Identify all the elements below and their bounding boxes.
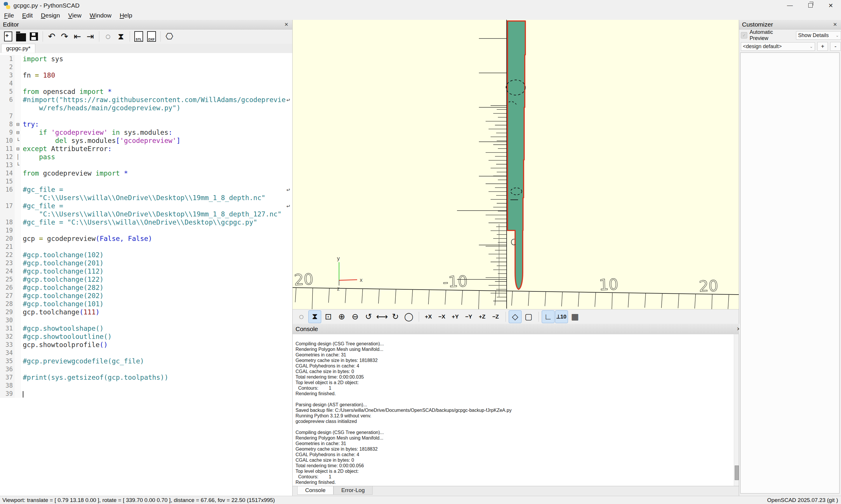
preset-dropdown[interactable]: <design default> ⌄ xyxy=(741,42,815,51)
zoom-out-button[interactable]: ⊖ xyxy=(349,310,361,323)
line-number: 30 xyxy=(0,316,15,324)
chevron-down-icon: ⌄ xyxy=(807,44,813,49)
code-text: gcp.toolchange(111) xyxy=(21,308,100,316)
add-preset-button[interactable]: + xyxy=(817,42,828,51)
tab-error-log[interactable]: Error-Log xyxy=(333,486,373,495)
code-line: 37#print(sys.getsizeof(gcp.toolpaths)) xyxy=(0,373,292,381)
save-file-button[interactable] xyxy=(28,30,40,43)
menu-file[interactable]: File xyxy=(0,11,18,20)
indent-button[interactable]: ⇥ xyxy=(84,30,97,43)
console-scrollbar[interactable] xyxy=(734,334,739,486)
export-stl-button[interactable]: STL xyxy=(132,30,145,43)
fold-marker[interactable]: └ xyxy=(15,137,21,145)
console-line: Compiling design (CSG Tree generation)..… xyxy=(295,430,739,435)
console-scrollbar-thumb[interactable] xyxy=(735,466,739,480)
center-column: 20-101020 y x z xyxy=(293,20,739,496)
code-line: 12│ pass xyxy=(0,153,292,161)
code-text xyxy=(21,349,23,357)
view-minus-x-button[interactable]: −X xyxy=(435,310,448,323)
show-details-dropdown[interactable]: Show Details ⌄ xyxy=(796,31,841,40)
fold-marker xyxy=(15,308,21,316)
new-file-icon xyxy=(4,32,12,41)
preview-button[interactable]: ◌ xyxy=(102,30,115,43)
show-scale-markers-button[interactable]: ⟂10 xyxy=(555,310,568,323)
export-dxf-button[interactable]: DXF xyxy=(145,30,158,43)
code-text: #gc_file = "C:\\Users\\willa\\OneDrive\\… xyxy=(21,218,257,226)
fold-marker[interactable]: ⊟ xyxy=(15,128,21,137)
code-text xyxy=(21,365,23,373)
code-text: from openscad import * xyxy=(21,88,112,96)
console-line: Rendering Polygon Mesh using Manifold... xyxy=(295,435,739,441)
viewport-3d[interactable]: 20-101020 y x z xyxy=(293,20,739,309)
view-render-button[interactable]: ⧗ xyxy=(308,310,321,323)
rotate-45-button[interactable]: ↻ xyxy=(389,310,402,323)
code-text: #gcp.toolchange(101) xyxy=(21,300,104,308)
menu-edit[interactable]: Edit xyxy=(18,11,37,20)
view-plus-y-button[interactable]: +Y xyxy=(449,310,462,323)
new-file-button[interactable] xyxy=(2,30,15,43)
line-number: 39 xyxy=(0,390,15,398)
menu-design[interactable]: Design xyxy=(37,11,64,20)
menu-help[interactable]: Help xyxy=(116,11,136,20)
line-number: 29 xyxy=(0,308,15,316)
remove-preset-button[interactable]: - xyxy=(830,42,841,51)
line-number: 26 xyxy=(0,284,15,292)
display-3d-button[interactable]: ⎔ xyxy=(163,30,176,43)
zoom-all-button[interactable]: ⊡ xyxy=(322,310,334,323)
fold-marker xyxy=(15,218,21,226)
line-number: 36 xyxy=(0,365,15,373)
fold-marker xyxy=(15,71,21,79)
fold-marker[interactable]: ⊟ xyxy=(15,145,21,153)
undo-button[interactable]: ↶ xyxy=(45,30,58,43)
indent-icon: ⇥ xyxy=(86,32,94,41)
reset-view-button[interactable]: ↺ xyxy=(362,310,375,323)
view-plus-x-button[interactable]: +X xyxy=(422,310,435,323)
save-file-icon xyxy=(30,32,38,40)
console-line: Top level object is a 2D object: xyxy=(295,380,739,385)
open-file-button[interactable] xyxy=(15,30,28,43)
view-plus-z-button[interactable]: +Z xyxy=(476,310,488,323)
fold-marker[interactable]: └ xyxy=(15,161,21,169)
title-bar: gcpgc.py - PythonSCAD — ✕ xyxy=(0,0,841,11)
tab-console[interactable]: Console xyxy=(297,486,333,495)
y-axis-label: y xyxy=(337,255,340,261)
console-line: Geometry cache size in bytes: 1818832 xyxy=(295,358,739,363)
fold-marker xyxy=(15,226,21,234)
minimize-button[interactable]: — xyxy=(780,0,800,11)
code-text: except AttributeError: xyxy=(21,145,112,153)
show-axes-button[interactable]: ∟ xyxy=(542,310,554,323)
orthogonal-button[interactable]: ▢ xyxy=(522,310,535,323)
editor-tab[interactable]: gcpgc.py* xyxy=(1,44,35,53)
view-minus-z-button[interactable]: −Z xyxy=(489,310,502,323)
unindent-button[interactable]: ⇤ xyxy=(71,30,84,43)
view-minus-y-button[interactable]: −Y xyxy=(462,310,475,323)
console-output[interactable]: Compiling design (CSG Tree generation)..… xyxy=(293,334,739,486)
preview-icon: ◌ xyxy=(105,32,111,41)
view-distance-button[interactable]: ⟷ xyxy=(376,310,389,323)
fold-marker[interactable]: │ xyxy=(15,153,21,161)
view-all-button[interactable]: ▦ xyxy=(569,310,581,323)
close-button[interactable]: ✕ xyxy=(821,0,841,11)
redo-button[interactable]: ↷ xyxy=(58,30,71,43)
code-line: 33gcp.showtoolprofile() xyxy=(0,341,292,349)
render-button[interactable]: ⧗ xyxy=(115,30,127,43)
console-line: Rendering finished. xyxy=(295,480,739,485)
customizer-panel-header: Customizer × xyxy=(739,20,841,30)
menu-window[interactable]: Window xyxy=(86,11,116,20)
pythonscad-window: gcpgc.py - PythonSCAD — ✕ FileEditDesign… xyxy=(0,0,841,504)
editor-close-icon[interactable]: × xyxy=(283,21,289,28)
restore-button[interactable] xyxy=(800,0,821,11)
automatic-preview-checkbox[interactable]: ✓ xyxy=(741,32,747,38)
menu-view[interactable]: View xyxy=(64,11,86,20)
fold-marker[interactable]: ⊟ xyxy=(15,120,21,128)
code-line: 23#gcp.toolchange(201) xyxy=(0,259,292,267)
view-preview-button[interactable]: ◌ xyxy=(295,310,308,323)
view-plus-z-icon: +Z xyxy=(479,313,486,320)
customizer-close-icon[interactable]: × xyxy=(832,21,838,28)
console-line: Geometry cache size in bytes: 1818832 xyxy=(295,446,739,452)
zoom-in-button[interactable]: ⊕ xyxy=(335,310,348,323)
console-line: Top level object is a 2D object: xyxy=(295,468,739,474)
view-center-button[interactable]: ◯ xyxy=(402,310,415,323)
perspective-button[interactable]: ◇ xyxy=(509,310,521,323)
code-editor[interactable]: 1import sys23fn = 18045from openscad imp… xyxy=(0,53,292,496)
